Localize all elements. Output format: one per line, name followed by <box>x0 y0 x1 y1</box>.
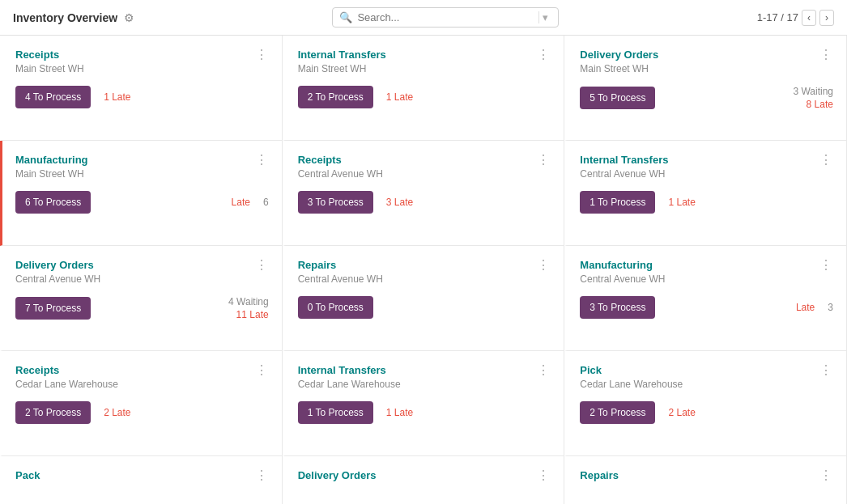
card-menu-button[interactable]: ⋮ <box>537 469 551 482</box>
stat-late[interactable]: 1 Late <box>104 91 130 103</box>
pagination-text: 1-17 / 17 <box>757 11 798 23</box>
card-delivery-orders-13: Delivery Orders ⋮ <box>283 456 565 504</box>
card-title[interactable]: Pack <box>15 469 40 481</box>
process-button[interactable]: 5 To Process <box>580 87 655 109</box>
card-menu-button[interactable]: ⋮ <box>537 259 551 272</box>
process-button[interactable]: 1 To Process <box>580 191 655 214</box>
page-title: Inventory Overview <box>13 11 117 24</box>
card-title[interactable]: Delivery Orders <box>15 259 94 271</box>
card-title[interactable]: Delivery Orders <box>298 469 377 481</box>
card-title[interactable]: Receipts <box>15 364 59 376</box>
process-button[interactable]: 0 To Process <box>298 296 373 319</box>
card-manufacturing-8: Manufacturing ⋮ Central Avenue WH 3 To P… <box>564 246 847 351</box>
card-subtitle: Main Street WH <box>15 168 269 180</box>
stat-number: 6 <box>263 197 269 208</box>
process-button[interactable]: 2 To Process <box>15 401 91 424</box>
card-menu-button[interactable]: ⋮ <box>819 259 833 272</box>
search-icon: 🔍 <box>339 11 352 23</box>
card-title[interactable]: Pick <box>580 364 602 376</box>
next-page-button[interactable]: › <box>819 10 834 26</box>
card-subtitle: Central Avenue WH <box>15 273 269 285</box>
card-repairs-7: Repairs ⋮ Central Avenue WH 0 To Process <box>283 246 565 351</box>
process-button[interactable]: 2 To Process <box>298 86 373 108</box>
card-title[interactable]: Manufacturing <box>580 259 653 271</box>
card-subtitle: Cedar Lane Warehouse <box>580 379 833 390</box>
stat-late[interactable]: 1 Late <box>386 407 413 418</box>
card-receipts-4: Receipts ⋮ Central Avenue WH 3 To Proces… <box>283 141 565 246</box>
card-body: 2 To Process 2 Late <box>15 401 269 424</box>
card-title[interactable]: Repairs <box>580 469 619 481</box>
card-title[interactable]: Receipts <box>298 154 342 166</box>
search-input[interactable] <box>357 11 530 23</box>
card-delivery-orders-2: Delivery Orders ⋮ Main Street WH 5 To Pr… <box>564 36 847 141</box>
process-button[interactable]: 3 To Process <box>298 191 373 214</box>
card-menu-button[interactable]: ⋮ <box>819 154 833 167</box>
card-subtitle: Central Avenue WH <box>580 273 833 285</box>
stat-late[interactable]: 2 Late <box>104 407 130 418</box>
card-menu-button[interactable]: ⋮ <box>537 49 551 61</box>
card-body: 3 To Process Late 3 <box>580 296 833 319</box>
card-manufacturing-3: Manufacturing ⋮ Main Street WH 6 To Proc… <box>0 141 283 246</box>
card-menu-button[interactable]: ⋮ <box>819 49 833 61</box>
card-subtitle: Main Street WH <box>15 63 269 74</box>
stat-late[interactable]: 2 Late <box>668 407 695 418</box>
card-body: 5 To Process 3 Waiting 8 Late <box>580 86 833 110</box>
card-subtitle: Cedar Lane Warehouse <box>15 379 269 390</box>
card-menu-button[interactable]: ⋮ <box>255 364 269 377</box>
card-menu-button[interactable]: ⋮ <box>255 154 269 167</box>
pagination: 1-17 / 17 ‹ › <box>757 10 834 26</box>
card-subtitle: Central Avenue WH <box>298 168 551 180</box>
search-bar-container: 🔍 ▾ <box>332 7 559 28</box>
card-pick-11: Pick ⋮ Cedar Lane Warehouse 2 To Process… <box>564 351 847 456</box>
card-body: 2 To Process 1 Late <box>298 86 551 108</box>
stat-late[interactable]: 11 Late <box>236 309 269 320</box>
card-title[interactable]: Internal Transfers <box>580 154 668 166</box>
card-delivery-orders-6: Delivery Orders ⋮ Central Avenue WH 7 To… <box>0 246 283 351</box>
search-dropdown-button[interactable]: ▾ <box>538 11 551 23</box>
card-menu-button[interactable]: ⋮ <box>255 469 269 482</box>
card-body: 6 To Process Late 6 <box>15 191 269 214</box>
card-title[interactable]: Delivery Orders <box>580 49 658 61</box>
process-button[interactable]: 4 To Process <box>15 86 91 108</box>
card-body: 0 To Process <box>298 296 551 319</box>
header-left: Inventory Overview ⚙ <box>13 11 134 24</box>
stat-number: 3 <box>828 302 833 313</box>
card-menu-button[interactable]: ⋮ <box>537 154 551 167</box>
stat-late[interactable]: 8 Late <box>807 99 833 110</box>
stat-late[interactable]: 1 Late <box>386 91 413 103</box>
card-menu-button[interactable]: ⋮ <box>255 259 269 272</box>
card-menu-button[interactable]: ⋮ <box>819 364 833 377</box>
card-receipts-0: Receipts ⋮ Main Street WH 4 To Process 1… <box>0 36 283 141</box>
cards-grid: Receipts ⋮ Main Street WH 4 To Process 1… <box>0 36 847 504</box>
card-title[interactable]: Manufacturing <box>15 154 88 166</box>
card-subtitle: Main Street WH <box>298 63 551 74</box>
card-internal-transfers-10: Internal Transfers ⋮ Cedar Lane Warehous… <box>283 351 565 456</box>
process-button[interactable]: 7 To Process <box>15 297 91 320</box>
stat-waiting: 3 Waiting <box>793 86 833 97</box>
card-body: 1 To Process 1 Late <box>298 401 551 424</box>
stat-late[interactable]: 1 Late <box>668 197 695 208</box>
card-title[interactable]: Receipts <box>15 49 59 61</box>
stat-late[interactable]: 3 Late <box>386 197 413 208</box>
card-menu-button[interactable]: ⋮ <box>255 49 269 61</box>
card-title[interactable]: Internal Transfers <box>298 364 386 376</box>
process-button[interactable]: 6 To Process <box>15 191 91 214</box>
card-repairs-14: Repairs ⋮ <box>564 456 847 504</box>
prev-page-button[interactable]: ‹ <box>802 10 816 26</box>
card-menu-button[interactable]: ⋮ <box>537 364 551 377</box>
stat-late[interactable]: Late <box>796 302 815 313</box>
stat-waiting: 4 Waiting <box>228 296 269 307</box>
card-subtitle: Central Avenue WH <box>580 168 833 180</box>
card-internal-transfers-1: Internal Transfers ⋮ Main Street WH 2 To… <box>283 36 565 141</box>
card-internal-transfers-5: Internal Transfers ⋮ Central Avenue WH 1… <box>564 141 847 246</box>
process-button[interactable]: 2 To Process <box>580 401 655 424</box>
card-title[interactable]: Internal Transfers <box>298 49 386 61</box>
card-menu-button[interactable]: ⋮ <box>819 469 833 482</box>
gear-icon[interactable]: ⚙ <box>124 11 134 24</box>
process-button[interactable]: 1 To Process <box>298 401 373 424</box>
card-body: 1 To Process 1 Late <box>580 191 833 214</box>
card-title[interactable]: Repairs <box>298 259 337 271</box>
process-button[interactable]: 3 To Process <box>580 296 655 319</box>
card-subtitle: Central Avenue WH <box>298 273 551 285</box>
stat-late[interactable]: Late <box>232 197 250 208</box>
